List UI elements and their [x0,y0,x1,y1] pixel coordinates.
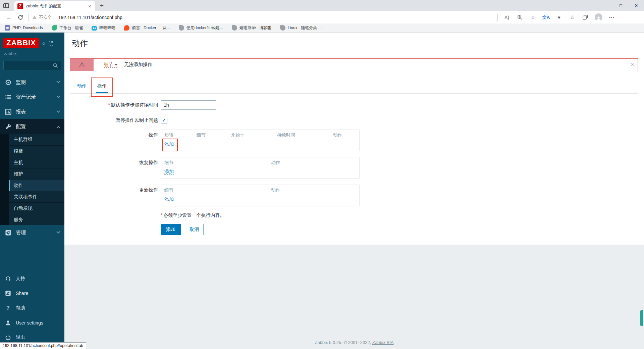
cancel-button[interactable]: 取消 [185,224,204,235]
bilibili-icon [92,26,97,31]
bookmark-label: 使用dockerfile构建... [186,25,223,31]
browser-status-bubble: 192.168.11.101/actionconf.php#operationT… [0,342,86,349]
browser-essentials-icon[interactable]: ♥ [553,12,565,22]
bookmark-label: 工作台 - 语雀 [59,25,83,31]
sidebar-item-share[interactable]: Share [0,286,64,301]
operations-table-header: 步骤 细节 开始于 持续时间 动作 [164,132,356,138]
submenu-label: 动作 [14,183,23,189]
column-header: 细节 [164,187,271,193]
hide-sidebar-icon[interactable] [49,41,53,46]
page-header: 动作 [64,33,644,53]
chevron-down-icon [56,109,60,113]
bookmark-item[interactable]: Linux - 随笔分类 -... [280,25,323,31]
address-divider [55,15,55,20]
favorites-bar-icon[interactable]: ☆ [567,12,578,22]
submenu-label: 模板 [14,148,23,154]
refresh-button[interactable] [15,12,26,23]
duration-input[interactable] [161,100,216,110]
sidebar-item-actions[interactable]: 动作 [9,180,64,191]
sidebar-search-input[interactable] [3,61,61,70]
sidebar-item-user-settings[interactable]: User settings [0,315,64,330]
sidebar-item-discovery[interactable]: 自动发现 [9,202,64,214]
sidebar-item-event-correlation[interactable]: 关联项事件 [9,191,64,202]
minimize-button[interactable]: — [598,0,613,11]
zabbix-sia-link[interactable]: Zabbix SIA [372,340,394,345]
error-message-text: 无法添加操作 [124,62,152,68]
browser-tab[interactable]: Z zabbix: 动作的配置 × [14,1,95,11]
collapse-sidebar-icon[interactable]: « [42,40,45,46]
error-details-link[interactable]: 细节 [104,62,117,68]
read-aloud-icon[interactable]: A) [501,12,513,22]
page-footer: Zabbix 5.0.25. © 2001–2022, Zabbix SIA [64,340,644,349]
maximize-button[interactable]: □ [613,0,629,11]
sidebar-item-services[interactable]: 服务 [9,214,64,225]
new-tab-button[interactable]: + [100,2,104,9]
sidebar-item-support[interactable]: 支持 [0,271,64,286]
sidebar-item-administration[interactable]: 管理 [0,225,64,240]
bookmark-item[interactable]: 工作台 - 语雀 [52,25,83,31]
sidebar-item-help[interactable]: ? 帮助 [0,301,64,315]
translate-icon[interactable]: 文A [540,12,552,22]
main-content: 动作 ⚠ 细节 无法添加操作 × 动作 操作 [64,33,644,349]
tab-close-icon[interactable]: × [88,3,92,9]
bookmark-item[interactable]: 使用dockerfile构建... [179,25,223,31]
recovery-add-link[interactable]: 添加 [164,169,174,174]
collections-icon[interactable] [580,12,591,22]
docker-book-icon [124,25,129,31]
site-security[interactable]: ⚠ 不安全 [33,14,52,20]
bar-chart-icon [5,108,11,115]
update-add-link[interactable]: 添加 [164,196,174,202]
caret-down-icon [115,64,117,66]
sidebar-item-host-groups[interactable]: 主机群组 [9,134,64,145]
sidebar-item-hosts[interactable]: 主机 [9,157,64,168]
error-close-icon[interactable]: × [631,62,634,68]
sidebar-item-maintenance[interactable]: 维护 [9,168,64,180]
bookmark-label: 烟雨浮华 - 博客园 [239,25,271,31]
tab-operations[interactable]: 操作 [92,80,112,93]
operations-add-link[interactable]: 添加 [164,141,174,147]
bookmark-item[interactable]: 前言 - Docker — 从... [124,25,170,31]
submenu-label: 主机 [14,160,23,166]
search-icon [53,63,58,68]
more-menu-icon[interactable]: ⋯ [606,12,617,22]
blog-icon [232,25,237,31]
submenu-label: 服务 [14,217,23,223]
yuque-icon [52,25,57,31]
add-favorite-icon[interactable]: ☆ [527,12,539,22]
blog-icon [280,25,285,31]
configuration-submenu: 主机群组 模板 主机 维护 动作 关联项事件 自动发现 服务 [9,134,64,225]
zoom-icon[interactable] [514,12,526,22]
bookmark-item[interactable]: PHP: Downloads [5,25,43,31]
sidebar-item-monitoring[interactable]: 监测 [0,75,64,90]
sidebar-item-reports[interactable]: 报表 [0,104,64,119]
scrollbar-thumb[interactable] [640,310,643,326]
submenu-label: 自动发现 [14,205,33,211]
sidebar-item-configuration[interactable]: 配置 [0,119,64,134]
form-row-duration: *默认操作步骤持续时间 [64,100,644,110]
column-header: 动作 [333,132,342,138]
url-text: 192.168.11.101/actionconf.php [58,15,122,20]
zabbix-logo: ZABBIX [3,38,39,48]
sidebar-item-inventory[interactable]: 资产记录 [0,90,64,104]
back-button[interactable]: ← [3,12,15,23]
pause-checkbox[interactable]: ✓ [161,117,167,123]
form-row-operations: 操作 步骤 细节 开始于 持续时间 动作 添加 [64,130,644,151]
sidebar-item-label: 管理 [16,230,26,236]
field-label: 恢复操作 [64,157,158,179]
tab-actions-menu-button[interactable] [0,0,12,11]
error-icon-block: ⚠ [70,59,94,71]
browser-titlebar: Z zabbix: 动作的配置 × + — □ × [0,0,644,11]
tab-action[interactable]: 动作 [72,80,92,93]
update-table-header: 细节 动作 [164,187,356,193]
column-header: 细节 [164,160,271,166]
address-bar[interactable]: ⚠ 不安全 192.168.11.101/actionconf.php [28,13,498,22]
profile-avatar[interactable] [593,12,604,22]
power-icon [5,334,11,341]
add-button[interactable]: 添加 [161,224,181,235]
close-button[interactable]: × [629,0,644,11]
sidebar-item-label: Share [16,291,28,296]
bookmark-item[interactable]: 哔哩哔哩 [92,25,115,31]
sidebar-item-templates[interactable]: 模板 [9,145,64,157]
form-row-recovery: 恢复操作 细节 动作 添加 [64,157,644,179]
bookmark-item[interactable]: 烟雨浮华 - 博客园 [232,25,271,31]
